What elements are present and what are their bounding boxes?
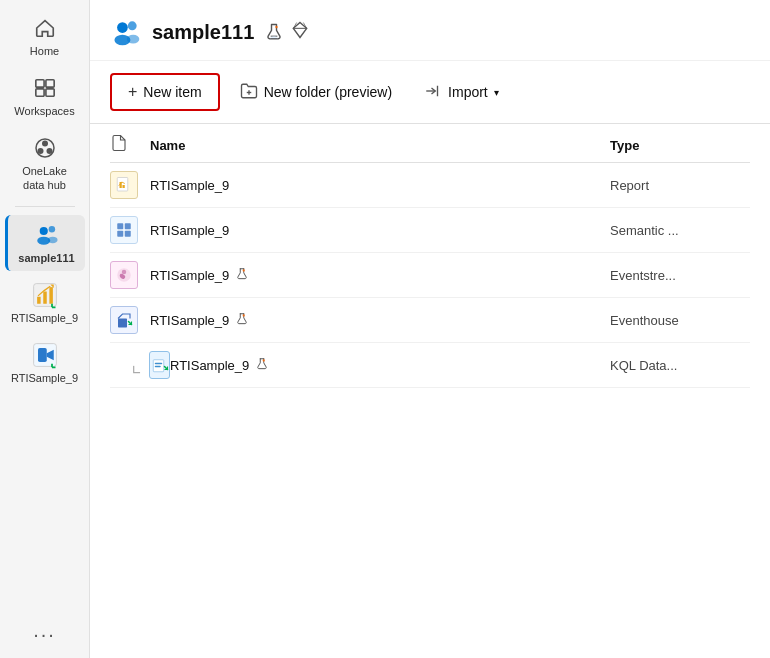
sidebar-item-label-onelake: OneLake data hub	[22, 165, 67, 191]
sidebar-item-label-rtisample2: RTISample_9	[11, 372, 78, 385]
header: sample111	[90, 0, 770, 61]
row-name-5: RTISample_9	[170, 357, 610, 373]
sidebar-more-button[interactable]: ···	[33, 623, 56, 646]
svg-point-22	[127, 35, 139, 44]
import-chevron-icon: ▾	[494, 87, 499, 98]
svg-point-42	[243, 269, 245, 271]
row-icon-semantic	[110, 216, 150, 244]
header-badges	[264, 20, 310, 45]
sidebar-item-workspaces[interactable]: Workspaces	[5, 68, 85, 124]
svg-rect-15	[49, 287, 53, 304]
svg-rect-34	[123, 185, 125, 188]
sidebar-item-home[interactable]: Home	[5, 8, 85, 64]
svg-point-44	[243, 314, 245, 316]
sidebar: Home Workspaces OneLake data hub	[0, 0, 90, 658]
col-type-header: Type	[610, 138, 750, 153]
col-name-header: Name	[150, 138, 610, 153]
table-row[interactable]: RTISample_9 Eventhouse	[110, 298, 750, 343]
row3-badge	[235, 267, 249, 283]
table-row[interactable]: RTISample_9 Report	[110, 163, 750, 208]
svg-point-19	[117, 22, 128, 33]
onelake-icon	[31, 134, 59, 162]
row-type-5: KQL Data...	[610, 358, 750, 373]
row-icon-eventhouse	[110, 306, 150, 334]
sidebar-item-label-rtisample1: RTISample_9	[11, 312, 78, 325]
row-name-2: RTISample_9	[150, 223, 610, 238]
table-area: Name Type RTISample_9 Report	[90, 124, 770, 658]
rtisample1-icon	[31, 281, 59, 309]
sidebar-item-label-home: Home	[30, 45, 59, 58]
row-name-3: RTISample_9	[150, 267, 610, 283]
toolbar: + New item New folder (preview)	[90, 61, 770, 124]
svg-rect-14	[43, 291, 47, 303]
sample111-icon	[33, 221, 61, 249]
sidebar-item-sample111[interactable]: sample111	[5, 215, 85, 271]
svg-rect-32	[117, 178, 128, 192]
row-name-4: RTISample_9	[150, 312, 610, 328]
svg-rect-2	[35, 89, 43, 96]
diamond-badge-icon[interactable]	[290, 20, 310, 45]
sidebar-item-rtisample2[interactable]: RTISample_9	[5, 335, 85, 391]
svg-rect-1	[45, 80, 53, 87]
lab-badge-icon[interactable]	[264, 22, 284, 42]
main-area: sample111	[90, 0, 770, 658]
svg-point-48	[263, 359, 265, 361]
row-type-1: Report	[610, 178, 750, 193]
plus-icon: +	[128, 83, 137, 101]
table-header: Name Type	[110, 124, 750, 163]
svg-point-41	[122, 270, 127, 275]
row-type-4: Eventhouse	[610, 313, 750, 328]
header-title: sample111	[152, 21, 254, 44]
sidebar-item-label-workspaces: Workspaces	[14, 105, 74, 118]
table-row[interactable]: RTISample_9 Eventstre...	[110, 253, 750, 298]
svg-point-6	[37, 148, 43, 154]
row-icon-kql: ⌞	[130, 351, 170, 379]
new-folder-button[interactable]: New folder (preview)	[228, 74, 404, 111]
svg-rect-38	[117, 231, 123, 237]
row-name-1: RTISample_9	[150, 178, 610, 193]
row-icon-eventstream	[110, 261, 150, 289]
svg-rect-47	[154, 366, 160, 368]
sidebar-item-label-sample111: sample111	[18, 252, 74, 265]
row-type-3: Eventstre...	[610, 268, 750, 283]
child-corner-icon: ⌞	[130, 354, 143, 376]
import-label: Import	[448, 84, 488, 100]
svg-rect-37	[125, 223, 131, 229]
svg-point-5	[42, 141, 48, 147]
sidebar-item-rtisample1[interactable]: RTISample_9	[5, 275, 85, 331]
header-workspace-icon	[110, 16, 142, 48]
home-icon	[31, 14, 59, 42]
svg-point-23	[276, 26, 279, 29]
svg-rect-39	[125, 231, 131, 237]
row4-badge	[235, 312, 249, 328]
new-item-label: New item	[143, 84, 201, 100]
table-row[interactable]: ⌞ RTISample_9	[110, 343, 750, 388]
svg-point-8	[39, 227, 47, 235]
svg-point-11	[47, 236, 57, 243]
svg-rect-0	[35, 80, 43, 87]
svg-rect-18	[38, 348, 47, 362]
import-button[interactable]: Import ▾	[412, 74, 511, 111]
rtisample2-icon	[31, 341, 59, 369]
svg-rect-13	[37, 297, 41, 304]
import-icon	[424, 82, 442, 103]
workspaces-icon	[31, 74, 59, 102]
new-folder-label: New folder (preview)	[264, 84, 392, 100]
col-icon-header	[110, 134, 150, 156]
svg-rect-43	[118, 319, 127, 328]
svg-rect-46	[154, 363, 162, 365]
row5-badge	[255, 357, 269, 373]
table-row[interactable]: RTISample_9 Semantic ...	[110, 208, 750, 253]
svg-rect-36	[117, 223, 123, 229]
new-item-button[interactable]: + New item	[110, 73, 220, 111]
svg-point-9	[48, 226, 55, 233]
sidebar-item-onelake[interactable]: OneLake data hub	[5, 128, 85, 197]
svg-point-20	[128, 21, 137, 30]
row-type-2: Semantic ...	[610, 223, 750, 238]
svg-point-7	[46, 148, 52, 154]
sidebar-divider	[15, 206, 75, 207]
row-icon-report	[110, 171, 150, 199]
svg-rect-3	[45, 89, 53, 96]
new-folder-icon	[240, 82, 258, 103]
